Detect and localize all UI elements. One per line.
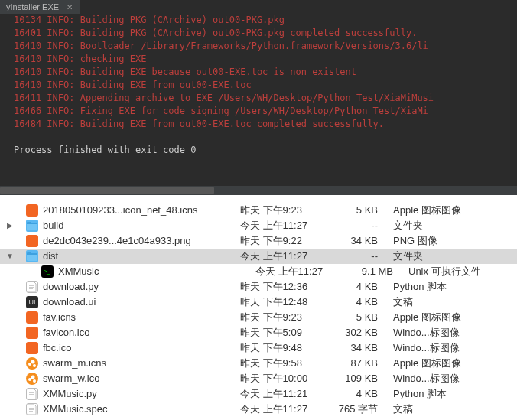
file-row[interactable]: UIdownload.ui昨天 下午12:484 KB文稿 [0, 295, 517, 310]
file-row[interactable]: de2dc043e239...4e1c04a933.png昨天 下午9:2234… [0, 233, 517, 249]
svg-rect-4 [29, 288, 33, 289]
file-name: download.ui [43, 295, 240, 310]
log-line: 16411 INFO: Appending archive to EXE /Us… [14, 92, 509, 105]
log-line: 16410 INFO: Building EXE from out00-EXE.… [14, 79, 509, 92]
pane-gap [0, 195, 517, 203]
svg-rect-18 [29, 411, 33, 412]
file-row[interactable]: XMMusic.py今天 上午11:214 KBPython 脚本 [0, 386, 517, 402]
file-kind: Apple 图标图像 [393, 310, 517, 325]
terminal-tab[interactable]: yInstaller EXE ✕ [0, 0, 80, 14]
terminal-tab-title: yInstaller EXE [6, 2, 59, 11]
file-size: 302 KB [332, 325, 393, 340]
log-line: 16484 INFO: Building EXE from out00-EXE.… [14, 118, 509, 131]
svg-rect-15 [29, 396, 33, 396]
image-file-icon [26, 327, 38, 339]
file-size: 34 KB [332, 233, 393, 249]
log-line: 16410 INFO: Bootloader /Library/Framewor… [14, 40, 509, 53]
file-size: 5 KB [332, 310, 393, 325]
file-modified: 今天 上午11:27 [240, 249, 332, 264]
file-row[interactable]: fav.icns昨天 下午9:235 KBApple 图标图像 [0, 310, 517, 325]
file-name: dist [43, 249, 240, 264]
file-row[interactable]: ▶build今天 上午11:27--文件夹 [0, 218, 517, 233]
svg-point-10 [28, 378, 31, 381]
file-row[interactable]: XMMusic.spec今天 上午11:27765 字节文稿 [0, 402, 517, 417]
file-kind: Apple 图标图像 [393, 356, 517, 371]
svg-point-7 [31, 360, 35, 364]
file-name: XMMusic.spec [43, 402, 240, 417]
file-kind: 文件夹 [393, 218, 517, 233]
svg-point-12 [33, 379, 36, 383]
file-size: -- [332, 249, 393, 264]
file-name: build [43, 218, 240, 233]
file-name: swarm_w.ico [43, 371, 240, 386]
file-row[interactable]: swarm_m.icns昨天 下午9:5887 KBApple 图标图像 [0, 356, 517, 371]
file-kind: Windo...标图像 [393, 340, 517, 356]
file-size: 87 KB [332, 356, 393, 371]
file-kind: 文稿 [393, 402, 517, 417]
file-modified: 昨天 下午9:58 [240, 356, 332, 371]
file-kind: Unix 可执行文件 [408, 264, 517, 279]
svg-point-11 [31, 376, 35, 379]
file-row[interactable]: download.py昨天 下午12:364 KBPython 脚本 [0, 279, 517, 295]
file-name: 2018050109233...icon_net_48.icns [43, 203, 240, 218]
terminal-body[interactable]: 10134 INFO: Building PKG (CArchive) out0… [0, 14, 517, 183]
file-modified: 今天 上午11:27 [255, 264, 347, 279]
file-size: 4 KB [332, 279, 393, 295]
file-kind: 文稿 [393, 295, 517, 310]
build-output-terminal: yInstaller EXE ✕ 10134 INFO: Building PK… [0, 0, 517, 195]
process-finished-line: Process finished with exit code 0 [14, 144, 509, 157]
close-icon[interactable]: ✕ [67, 3, 74, 11]
file-size: 5 KB [332, 203, 393, 218]
svg-text:>_: >_ [44, 269, 50, 275]
file-size: 4 KB [332, 295, 393, 310]
file-size: -- [332, 218, 393, 233]
disclosure-collapsed-icon[interactable]: ▶ [5, 218, 15, 233]
file-name: favicon.ico [43, 325, 240, 340]
image-file-icon [26, 311, 38, 324]
swarm-icon [26, 357, 38, 370]
executable-icon: >_ [41, 265, 54, 278]
document-icon [26, 403, 38, 415]
file-kind: 文件夹 [393, 249, 517, 264]
file-name: fav.icns [43, 310, 240, 325]
log-line: 16466 INFO: Fixing EXE for code signing … [14, 105, 509, 118]
file-size: 765 字节 [332, 402, 393, 417]
file-size: 34 KB [332, 340, 393, 356]
svg-point-6 [28, 363, 31, 366]
finder-file-list: 2018050109233...icon_net_48.icns昨天 下午9:2… [0, 203, 517, 417]
file-name: download.py [43, 279, 240, 295]
folder-icon [26, 250, 38, 262]
horizontal-scrollbar[interactable] [0, 186, 517, 195]
file-kind: Python 脚本 [393, 279, 517, 295]
file-name: XMMusic [58, 264, 255, 279]
svg-rect-13 [29, 392, 34, 393]
file-modified: 昨天 下午5:09 [240, 325, 332, 340]
file-row[interactable]: swarm_w.ico昨天 下午10:00109 KBWindo...标图像 [0, 371, 517, 386]
file-row[interactable]: ▼dist今天 上午11:27--文件夹 [0, 249, 517, 264]
file-name: fbc.ico [43, 340, 240, 356]
file-size: 9.1 MB [347, 264, 408, 279]
log-line: 16401 INFO: Building PKG (CArchive) out0… [14, 27, 509, 40]
image-file-icon [26, 235, 38, 247]
file-row[interactable]: fbc.ico昨天 下午9:4834 KBWindo...标图像 [0, 340, 517, 356]
file-row[interactable]: 2018050109233...icon_net_48.icns昨天 下午9:2… [0, 203, 517, 218]
disclosure-expanded-icon[interactable]: ▼ [5, 249, 15, 264]
scrollbar-thumb[interactable] [0, 187, 214, 194]
file-name: swarm_m.icns [43, 356, 240, 371]
file-modified: 昨天 下午9:48 [240, 340, 332, 356]
document-icon [26, 281, 38, 293]
file-modified: 昨天 下午9:23 [240, 310, 332, 325]
file-modified: 昨天 下午12:36 [240, 279, 332, 295]
file-row[interactable]: favicon.ico昨天 下午5:09302 KBWindo...标图像 [0, 325, 517, 340]
file-row[interactable]: >_XMMusic今天 上午11:279.1 MBUnix 可执行文件 [0, 264, 517, 279]
file-modified: 今天 上午11:21 [240, 386, 332, 402]
file-modified: 昨天 下午10:00 [240, 371, 332, 386]
log-line: 16410 INFO: Building EXE because out00-E… [14, 66, 509, 79]
file-kind: Windo...标图像 [393, 371, 517, 386]
file-size: 109 KB [332, 371, 393, 386]
image-file-icon [26, 204, 38, 217]
image-file-icon [26, 342, 38, 354]
file-modified: 昨天 下午12:48 [240, 295, 332, 310]
svg-rect-2 [29, 285, 34, 286]
file-kind: Python 脚本 [393, 386, 517, 402]
